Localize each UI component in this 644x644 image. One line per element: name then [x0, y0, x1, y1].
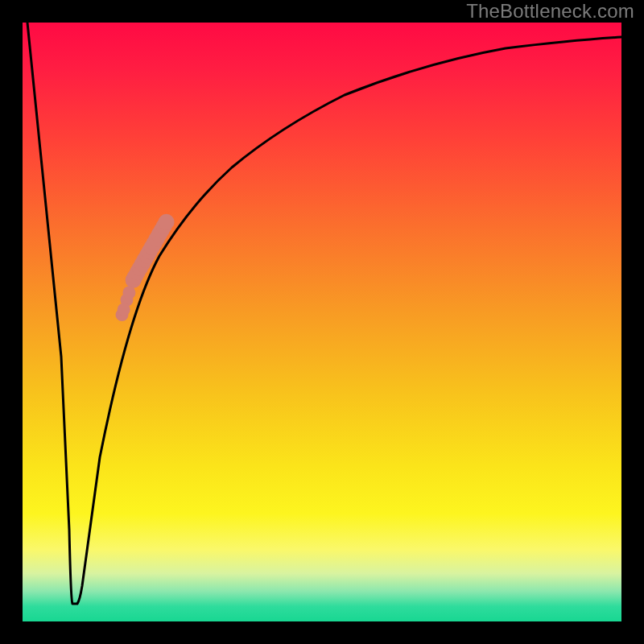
curve-marker: [159, 214, 175, 230]
chart-stage: TheBottleneck.com: [0, 0, 644, 644]
curve-marker: [118, 303, 130, 316]
watermark-text: TheBottleneck.com: [466, 0, 634, 23]
plot-area: [23, 23, 621, 621]
curve-marker: [122, 287, 135, 299]
chart-svg: [23, 23, 621, 621]
marker-layer: [116, 214, 175, 321]
